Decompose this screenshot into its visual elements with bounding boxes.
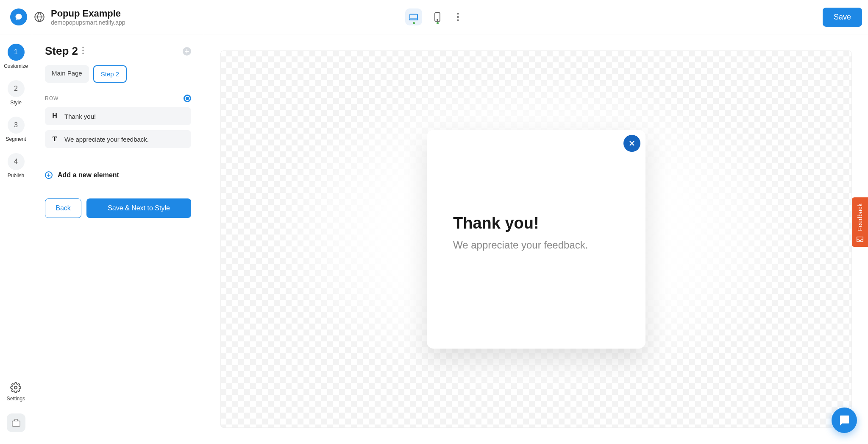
- kebab-icon: [82, 47, 84, 54]
- panel-header: Step 2: [45, 45, 191, 58]
- rail-step-style[interactable]: 2 Style: [8, 80, 25, 106]
- title-block: Popup Example demopopupsmart.netlify.app: [34, 8, 125, 26]
- app-logo-wrap: [5, 8, 32, 25]
- rail-step-segment[interactable]: 3 Segment: [6, 117, 26, 142]
- desktop-icon: [409, 13, 418, 21]
- settings-label: Settings: [7, 396, 25, 402]
- step-tabs: Main Page Step 2: [45, 65, 191, 83]
- status-dot-icon: [413, 22, 415, 24]
- svg-point-4: [457, 13, 459, 14]
- tab-main-page[interactable]: Main Page: [45, 65, 89, 83]
- feedback-tab[interactable]: Feedback: [852, 197, 868, 247]
- panel-actions: Back Save & Next to Style: [45, 198, 191, 218]
- feedback-label: Feedback: [857, 203, 863, 231]
- element-list: H Thank you! T We appreciate your feedba…: [45, 107, 191, 148]
- plus-circle-icon: [45, 171, 53, 179]
- svg-point-10: [82, 50, 84, 51]
- status-dot-icon: [437, 22, 439, 24]
- inbox-icon: [856, 236, 864, 243]
- kebab-icon: [457, 13, 459, 21]
- gear-icon: [10, 382, 21, 393]
- popup-close-button[interactable]: [623, 135, 640, 152]
- top-bar: Popup Example demopopupsmart.netlify.app…: [0, 0, 868, 34]
- workspace-button[interactable]: [7, 413, 25, 432]
- row-header: ROW: [45, 95, 191, 102]
- row-label: ROW: [45, 95, 58, 101]
- plus-icon: [184, 49, 189, 54]
- preview-canvas: Thank you! We appreciate your feedback.: [220, 50, 852, 428]
- add-element-label: Add a new element: [58, 171, 119, 179]
- briefcase-icon: [11, 419, 21, 427]
- rail-step-customize[interactable]: 1 Customize: [4, 44, 28, 69]
- element-heading[interactable]: H Thank you!: [45, 107, 191, 125]
- element-text-block[interactable]: T We appreciate your feedback.: [45, 130, 191, 148]
- title-text: Popup Example demopopupsmart.netlify.app: [51, 8, 125, 26]
- rail-bottom: Settings: [7, 382, 25, 444]
- chat-bubble-icon: [14, 13, 23, 21]
- intercom-launcher[interactable]: [832, 408, 857, 433]
- rail-step-publish[interactable]: 4 Publish: [8, 153, 25, 179]
- divider: [45, 161, 191, 161]
- svg-point-9: [82, 47, 84, 48]
- panel-title: Step 2: [45, 45, 78, 58]
- rail-step-number: 3: [8, 117, 25, 134]
- svg-point-6: [457, 20, 459, 21]
- rail-step-label: Style: [10, 100, 22, 106]
- add-step-button[interactable]: [183, 47, 191, 56]
- element-text: We appreciate your feedback.: [64, 136, 149, 143]
- device-preview-switch: [405, 8, 463, 25]
- panel-title-menu[interactable]: [82, 47, 84, 56]
- rail-step-label: Publish: [8, 173, 24, 179]
- rail-step-number: 1: [8, 44, 25, 61]
- svg-point-7: [14, 386, 17, 389]
- back-button[interactable]: Back: [45, 198, 81, 218]
- campaign-domain: demopopupsmart.netlify.app: [51, 19, 125, 26]
- popup-preview[interactable]: Thank you! We appreciate your feedback.: [427, 130, 645, 349]
- rail-step-number: 2: [8, 80, 25, 97]
- rail-step-label: Customize: [4, 63, 28, 69]
- close-icon: [629, 140, 635, 147]
- intercom-icon: [838, 414, 851, 427]
- settings-button[interactable]: Settings: [7, 382, 25, 402]
- editor-panel: Step 2 Main Page Step 2 ROW H Thank you!…: [32, 34, 204, 444]
- svg-point-3: [437, 20, 438, 20]
- step-rail: 1 Customize 2 Style 3 Segment 4 Publish …: [0, 34, 32, 444]
- mobile-icon: [434, 12, 440, 22]
- canvas-wrap: Thank you! We appreciate your feedback.: [204, 34, 868, 444]
- rail-step-number: 4: [8, 153, 25, 170]
- save-next-button[interactable]: Save & Next to Style: [86, 198, 191, 218]
- add-element-button[interactable]: Add a new element: [45, 171, 191, 179]
- element-text: Thank you!: [64, 113, 96, 120]
- svg-point-5: [457, 16, 459, 18]
- rail-step-label: Segment: [6, 136, 26, 142]
- svg-rect-1: [410, 14, 417, 19]
- svg-point-11: [82, 53, 84, 54]
- desktop-preview-button[interactable]: [405, 8, 422, 25]
- popup-heading: Thank you!: [453, 214, 619, 232]
- globe-icon: [34, 11, 45, 22]
- svg-rect-8: [12, 421, 19, 426]
- tab-step-2[interactable]: Step 2: [93, 65, 127, 83]
- row-target-radio[interactable]: [184, 95, 191, 102]
- element-type-badge: H: [51, 112, 58, 120]
- element-type-badge: T: [51, 135, 58, 143]
- popup-body: We appreciate your feedback.: [453, 239, 619, 251]
- preview-more-menu[interactable]: [453, 11, 463, 23]
- campaign-title: Popup Example: [51, 8, 125, 19]
- mobile-preview-button[interactable]: [429, 8, 446, 25]
- save-button[interactable]: Save: [823, 8, 862, 27]
- app-logo[interactable]: [10, 8, 27, 25]
